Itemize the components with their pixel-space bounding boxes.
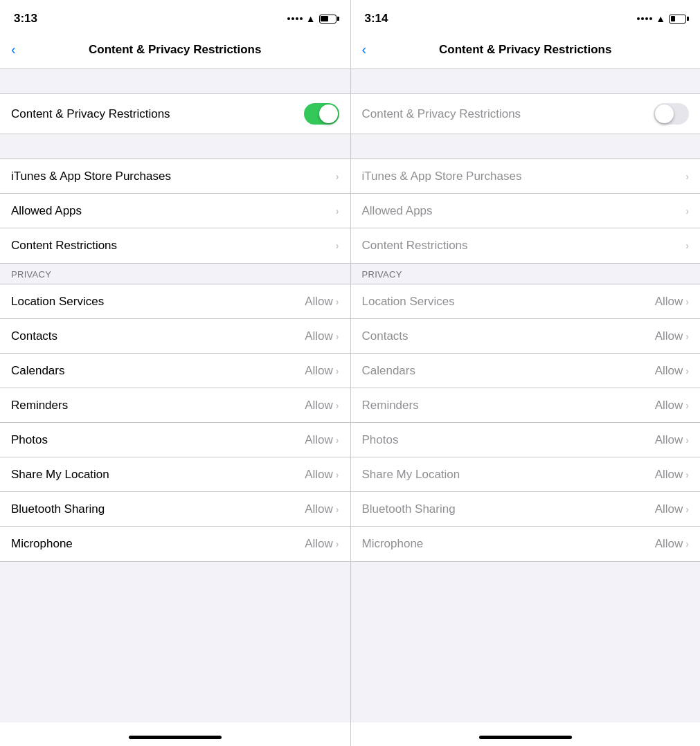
spacer [351, 69, 701, 93]
allowed-apps-label-left: Allowed Apps [11, 204, 82, 218]
itunes-label-left: iTunes & App Store Purchases [11, 170, 171, 183]
battery-fill [671, 16, 675, 21]
photos-value-right: Allow [655, 433, 683, 447]
contacts-right-left: Allow › [305, 329, 339, 343]
home-bar-right [479, 736, 572, 739]
itunes-label-right: iTunes & App Store Purchases [362, 170, 522, 183]
microphone-row-right[interactable]: Microphone Allow › [351, 527, 701, 561]
photos-right-left: Allow › [305, 433, 339, 447]
spacer2 [351, 134, 701, 158]
microphone-label-right: Microphone [362, 537, 424, 551]
bluetooth-label-left: Bluetooth Sharing [11, 502, 105, 516]
microphone-value-right: Allow [655, 537, 683, 551]
calendars-right-right: Allow › [655, 364, 689, 378]
nav-bar-left: ‹ Content & Privacy Restrictions [0, 33, 350, 69]
calendars-label-left: Calendars [11, 364, 65, 378]
back-chevron-icon: ‹ [362, 42, 367, 57]
chevron-icon: › [336, 171, 339, 182]
location-label-right: Location Services [362, 295, 455, 309]
privacy-header-right: PRIVACY [351, 264, 701, 284]
itunes-row-left[interactable]: iTunes & App Store Purchases › [0, 159, 350, 194]
bluetooth-value-left: Allow [305, 502, 333, 516]
back-button-right[interactable]: ‹ [362, 42, 383, 57]
nav-title-right: Content & Privacy Restrictions [383, 43, 669, 57]
chevron-icon: › [336, 365, 339, 376]
home-bar-left [129, 736, 222, 739]
status-time-right: 3:14 [365, 12, 388, 26]
location-row-left[interactable]: Location Services Allow › [0, 284, 350, 319]
content-restrictions-label-right: Content Restrictions [362, 239, 468, 253]
photos-row-left[interactable]: Photos Allow › [0, 423, 350, 457]
home-indicator-left [0, 722, 350, 746]
phone-left: 3:13 ▲ ‹ Content & Privacy Restrictions [0, 0, 350, 746]
content-privacy-toggle-row-left[interactable]: Content & Privacy Restrictions [0, 94, 350, 134]
reminders-row-left[interactable]: Reminders Allow › [0, 388, 350, 423]
contacts-row-left[interactable]: Contacts Allow › [0, 319, 350, 354]
content-restrictions-row-left[interactable]: Content Restrictions › [0, 228, 350, 263]
location-label-left: Location Services [11, 295, 104, 309]
microphone-row-left[interactable]: Microphone Allow › [0, 527, 350, 561]
chevron-icon: › [336, 435, 339, 446]
toggle-switch-right[interactable] [654, 103, 689, 125]
photos-row-right[interactable]: Photos Allow › [351, 423, 701, 457]
photos-label-right: Photos [362, 433, 399, 447]
wifi-icon: ▲ [306, 13, 316, 24]
photos-value-left: Allow [305, 433, 333, 447]
content-privacy-toggle-row-right[interactable]: Content & Privacy Restrictions [351, 94, 701, 134]
status-bar-right: 3:14 ▲ [351, 0, 701, 33]
reminders-value-right: Allow [655, 399, 683, 412]
allowed-apps-label-right: Allowed Apps [362, 204, 433, 218]
microphone-right-right: Allow › [655, 537, 689, 551]
reminders-label-left: Reminders [11, 399, 68, 412]
share-location-value-left: Allow [305, 468, 333, 482]
itunes-right-left: › [336, 171, 339, 182]
back-chevron-icon: ‹ [11, 42, 16, 57]
bluetooth-right-right: Allow › [655, 502, 689, 516]
chevron-icon: › [336, 504, 339, 515]
status-icons-right: ▲ [637, 13, 686, 24]
content-left: Content & Privacy Restrictions iTunes & … [0, 69, 350, 722]
contacts-row-right[interactable]: Contacts Allow › [351, 319, 701, 354]
toggle-label-left: Content & Privacy Restrictions [11, 107, 170, 121]
contacts-label-right: Contacts [362, 329, 409, 343]
chevron-icon: › [685, 435, 689, 446]
share-location-label-right: Share My Location [362, 468, 460, 482]
chevron-icon: › [336, 206, 339, 217]
chevron-icon: › [685, 331, 689, 342]
calendars-row-right[interactable]: Calendars Allow › [351, 354, 701, 388]
chevron-icon: › [685, 240, 689, 251]
allowed-apps-row-right[interactable]: Allowed Apps › [351, 194, 701, 228]
location-row-right[interactable]: Location Services Allow › [351, 284, 701, 319]
toggle-knob-left [319, 104, 338, 123]
content-restrictions-right-right: › [685, 240, 689, 251]
bluetooth-label-right: Bluetooth Sharing [362, 502, 456, 516]
calendars-row-left[interactable]: Calendars Allow › [0, 354, 350, 388]
location-value-left: Allow [305, 295, 333, 309]
reminders-row-right[interactable]: Reminders Allow › [351, 388, 701, 423]
location-right-right: Allow › [655, 295, 689, 309]
calendars-right-left: Allow › [305, 364, 339, 378]
content-restrictions-row-right[interactable]: Content Restrictions › [351, 228, 701, 263]
main-settings-group-right: iTunes & App Store Purchases › Allowed A… [351, 158, 701, 264]
share-location-row-right[interactable]: Share My Location Allow › [351, 457, 701, 492]
chevron-icon: › [336, 331, 339, 342]
reminders-right-right: Allow › [655, 399, 689, 412]
content-restrictions-right-left: › [336, 240, 339, 251]
toggle-switch-left[interactable] [304, 103, 339, 125]
calendars-value-left: Allow [305, 364, 333, 378]
bluetooth-value-right: Allow [655, 502, 683, 516]
status-bar-left: 3:13 ▲ [0, 0, 350, 33]
allowed-apps-row-left[interactable]: Allowed Apps › [0, 194, 350, 228]
back-button-left[interactable]: ‹ [11, 42, 32, 57]
bluetooth-row-left[interactable]: Bluetooth Sharing Allow › [0, 492, 350, 527]
bluetooth-row-right[interactable]: Bluetooth Sharing Allow › [351, 492, 701, 527]
share-location-row-left[interactable]: Share My Location Allow › [0, 457, 350, 492]
chevron-icon: › [336, 240, 339, 251]
reminders-right-left: Allow › [305, 399, 339, 412]
itunes-row-right[interactable]: iTunes & App Store Purchases › [351, 159, 701, 194]
location-value-right: Allow [655, 295, 683, 309]
chevron-icon: › [685, 296, 689, 307]
toggle-label-right: Content & Privacy Restrictions [362, 107, 521, 121]
chevron-icon: › [336, 400, 339, 411]
toggle-group-left: Content & Privacy Restrictions [0, 93, 350, 134]
